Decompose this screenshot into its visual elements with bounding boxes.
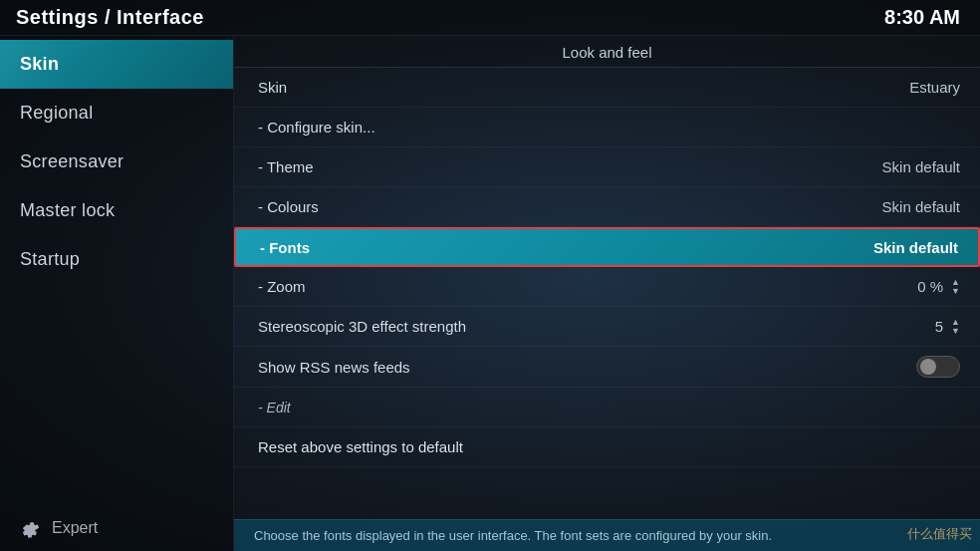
setting-value-stereo3d: 5 ▲ ▼ xyxy=(935,318,960,335)
setting-label-fonts: - Fonts xyxy=(260,239,310,256)
expert-label: Expert xyxy=(52,519,98,537)
setting-label-rss: Show RSS news feeds xyxy=(258,359,410,376)
setting-value-fonts: Skin default xyxy=(873,239,958,256)
setting-row-zoom[interactable]: - Zoom 0 % ▲ ▼ xyxy=(234,267,980,307)
header: Settings / Interface 8:30 AM xyxy=(0,0,980,36)
setting-row-rss[interactable]: Show RSS news feeds xyxy=(234,347,980,388)
setting-row-colours[interactable]: - Colours Skin default xyxy=(234,187,980,227)
page-title: Settings / Interface xyxy=(16,6,204,29)
setting-value-zoom: 0 % ▲ ▼ xyxy=(917,278,960,295)
sidebar-item-startup[interactable]: Startup xyxy=(0,235,233,284)
setting-row-reset[interactable]: Reset above settings to default xyxy=(234,427,980,467)
watermark: 什么值得买 xyxy=(907,525,972,543)
clock: 8:30 AM xyxy=(884,6,960,29)
toggle-knob xyxy=(920,359,936,375)
description-bar: Choose the fonts displayed in the user i… xyxy=(234,519,980,551)
setting-row-fonts[interactable]: - Fonts Skin default xyxy=(234,227,980,267)
setting-value-skin: Estuary xyxy=(909,79,960,96)
arrow-head xyxy=(234,239,235,255)
setting-label-theme: - Theme xyxy=(258,158,314,175)
setting-row-stereo3d[interactable]: Stereoscopic 3D effect strength 5 ▲ ▼ xyxy=(234,307,980,347)
content-area: Look and feel Skin Estuary - Configure s… xyxy=(234,36,980,551)
arrow-indicator xyxy=(234,239,235,255)
settings-list: Skin Estuary - Configure skin... - Theme… xyxy=(234,68,980,519)
sidebar-item-screensaver[interactable]: Screensaver xyxy=(0,138,233,186)
sidebar: Skin Regional Screensaver Master lock St… xyxy=(0,36,234,551)
setting-label-colours: - Colours xyxy=(258,198,319,215)
setting-label-skin: Skin xyxy=(258,79,287,96)
gear-icon xyxy=(20,517,42,539)
setting-row-configure-skin[interactable]: - Configure skin... xyxy=(234,108,980,147)
setting-row-theme[interactable]: - Theme Skin default xyxy=(234,147,980,187)
setting-label-stereo3d: Stereoscopic 3D effect strength xyxy=(258,318,466,335)
section-header: Look and feel xyxy=(234,36,980,68)
setting-label-reset: Reset above settings to default xyxy=(258,438,463,455)
sidebar-item-master-lock[interactable]: Master lock xyxy=(0,186,233,235)
expert-mode[interactable]: Expert xyxy=(0,505,233,551)
setting-row-skin[interactable]: Skin Estuary xyxy=(234,68,980,108)
rss-toggle[interactable] xyxy=(916,356,960,378)
setting-label-configure-skin: - Configure skin... xyxy=(258,119,375,136)
sidebar-item-regional[interactable]: Regional xyxy=(0,89,233,138)
main-layout: Skin Regional Screensaver Master lock St… xyxy=(0,36,980,551)
setting-row-edit[interactable]: - Edit xyxy=(234,388,980,427)
setting-value-theme: Skin default xyxy=(882,158,960,175)
stereo-spinner[interactable]: ▲ ▼ xyxy=(951,318,960,334)
zoom-spinner[interactable]: ▲ ▼ xyxy=(951,278,960,294)
setting-label-zoom: - Zoom xyxy=(258,278,306,295)
sidebar-item-skin[interactable]: Skin xyxy=(0,40,233,89)
setting-label-edit: - Edit xyxy=(258,400,291,415)
setting-value-colours: Skin default xyxy=(882,198,960,215)
